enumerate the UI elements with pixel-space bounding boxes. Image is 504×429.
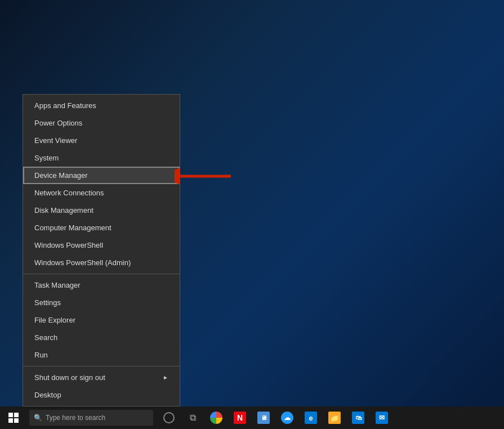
menu-item-shut-down-sign-out[interactable]: Shut down or sign out ► <box>23 369 180 386</box>
menu-item-settings[interactable]: Settings <box>23 294 180 311</box>
menu-item-network-connections[interactable]: Network Connections <box>23 184 180 202</box>
edge-icon: e <box>305 412 317 424</box>
menu-item-apps-features[interactable]: Apps and Features <box>23 97 180 114</box>
netflix-button[interactable]: N <box>229 406 251 429</box>
svg-rect-2 <box>8 413 13 417</box>
chevron-right-icon: ► <box>163 374 168 381</box>
mail-button[interactable]: ✉ <box>371 406 393 429</box>
menu-item-disk-management[interactable]: Disk Management <box>23 202 180 219</box>
chrome-icon <box>210 412 222 424</box>
store-icon: 🛍 <box>352 412 364 424</box>
task-view-button[interactable]: ⧉ <box>181 406 204 429</box>
taskbar-icons: ⧉ N 🖥 ☁ e 📁 🛍 ✉ <box>158 406 393 429</box>
taskbar-search-bar[interactable]: 🔍 Type here to search <box>29 410 153 426</box>
svg-rect-4 <box>8 418 13 423</box>
context-menu: Apps and Features Power Options Event Vi… <box>23 94 180 406</box>
cortana-icon <box>163 412 175 423</box>
file-explorer-icon: 📁 <box>328 412 341 424</box>
menu-item-computer-management[interactable]: Computer Management <box>23 219 180 236</box>
chrome-button[interactable] <box>205 406 228 429</box>
blue-app-button[interactable]: 🖥 <box>252 406 275 429</box>
start-button[interactable] <box>0 406 27 429</box>
teal-app-icon: ☁ <box>281 412 293 424</box>
menu-item-device-manager[interactable]: Device Manager <box>23 167 180 184</box>
menu-item-task-manager[interactable]: Task Manager <box>23 276 180 294</box>
menu-divider-2 <box>23 366 180 367</box>
menu-item-windows-powershell-admin[interactable]: Windows PowerShell (Admin) <box>23 254 180 271</box>
menu-item-windows-powershell[interactable]: Windows PowerShell <box>23 236 180 254</box>
store-button[interactable]: 🛍 <box>347 406 369 429</box>
task-view-icon: ⧉ <box>190 413 196 423</box>
menu-item-system[interactable]: System <box>23 149 180 167</box>
svg-rect-3 <box>14 413 19 417</box>
edge-button[interactable]: e <box>300 406 322 429</box>
file-explorer-button[interactable]: 📁 <box>323 406 346 429</box>
windows-start-icon <box>8 413 19 423</box>
menu-item-file-explorer[interactable]: File Explorer <box>23 311 180 329</box>
netflix-icon: N <box>234 412 246 424</box>
teal-app-button[interactable]: ☁ <box>276 406 298 429</box>
svg-rect-5 <box>14 418 19 423</box>
taskbar-search-placeholder: Type here to search <box>46 414 105 422</box>
menu-item-search[interactable]: Search <box>23 329 180 346</box>
cortana-button[interactable] <box>158 406 180 429</box>
taskbar: 🔍 Type here to search ⧉ N 🖥 ☁ e <box>0 406 504 429</box>
mail-icon: ✉ <box>376 412 388 424</box>
menu-divider-1 <box>23 274 180 274</box>
blue-app-icon: 🖥 <box>257 412 270 424</box>
menu-item-power-options[interactable]: Power Options <box>23 114 180 132</box>
taskbar-search-icon: 🔍 <box>34 414 42 422</box>
menu-item-run[interactable]: Run <box>23 346 180 364</box>
menu-item-desktop[interactable]: Desktop <box>23 386 180 404</box>
menu-item-event-viewer[interactable]: Event Viewer <box>23 132 180 149</box>
